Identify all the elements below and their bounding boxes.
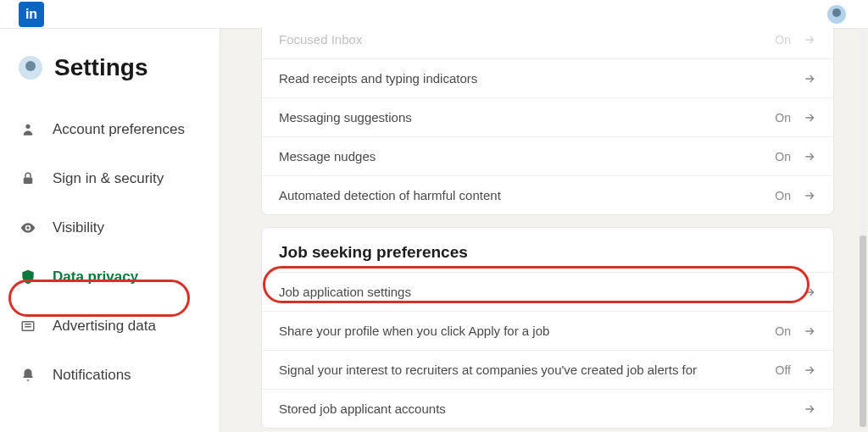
newspaper-icon: [19, 317, 37, 335]
bell-icon: [19, 366, 37, 385]
row-label: Share your profile when you click Apply …: [279, 324, 549, 338]
row-focused-inbox[interactable]: Focused Inbox On: [262, 27, 833, 58]
row-label: Stored job applicant accounts: [279, 402, 446, 416]
row-share-profile-apply[interactable]: Share your profile when you click Apply …: [262, 311, 833, 350]
row-label: Read receipts and typing indicators: [279, 71, 477, 86]
row-status: On: [775, 33, 791, 47]
section-title: Job seeking preferences: [262, 228, 833, 272]
row-status: On: [775, 324, 791, 338]
sidebar-item-data-privacy[interactable]: Data privacy: [0, 252, 220, 302]
scrollbar-thumb[interactable]: [860, 235, 866, 427]
section-messaging: Focused Inbox On Read receipts and typin…: [261, 27, 834, 215]
row-status: On: [775, 150, 791, 163]
sidebar-item-label: Visibility: [53, 219, 104, 236]
sidebar-item-visibility[interactable]: Visibility: [0, 203, 220, 252]
row-read-receipts[interactable]: Read receipts and typing indicators: [262, 58, 833, 97]
svg-rect-1: [24, 178, 33, 185]
arrow-right-icon: [803, 402, 816, 416]
arrow-right-icon: [803, 285, 816, 299]
row-signal-interest-recruiters[interactable]: Signal your interest to recruiters at co…: [262, 350, 833, 389]
row-messaging-suggestions[interactable]: Messaging suggestions On: [262, 97, 833, 136]
linkedin-logo[interactable]: in: [19, 2, 44, 27]
arrow-right-icon: [803, 111, 816, 125]
arrow-right-icon: [803, 363, 816, 377]
sidebar-item-advertising-data[interactable]: Advertising data: [0, 302, 220, 351]
shield-icon: [19, 268, 37, 286]
settings-header: Settings: [0, 54, 220, 105]
person-icon: [19, 120, 37, 139]
row-label: Signal your interest to recruiters at co…: [279, 363, 697, 377]
sidebar-item-label: Notifications: [53, 367, 131, 384]
row-job-application-settings[interactable]: Job application settings: [262, 272, 833, 311]
row-status: Off: [776, 363, 791, 377]
row-label: Job application settings: [279, 285, 411, 299]
arrow-right-icon: [803, 324, 816, 338]
row-message-nudges[interactable]: Message nudges On: [262, 136, 833, 175]
sidebar-item-label: Sign in & security: [53, 170, 164, 187]
page-title: Settings: [54, 54, 147, 81]
svg-point-2: [26, 226, 29, 229]
eye-icon: [19, 219, 37, 237]
row-label: Message nudges: [279, 149, 376, 163]
svg-point-0: [25, 125, 30, 129]
main-content: Focused Inbox On Read receipts and typin…: [220, 27, 868, 432]
settings-avatar: [19, 56, 42, 80]
row-label: Messaging suggestions: [279, 110, 412, 125]
section-job-seeking: Job seeking preferences Job application …: [261, 227, 834, 429]
row-status: On: [775, 189, 791, 202]
row-status: On: [775, 111, 791, 125]
sidebar-item-label: Advertising data: [53, 318, 156, 335]
row-label: Automated detection of harmful content: [279, 188, 501, 202]
sidebar: Settings Account preferences Sign in & s…: [0, 29, 220, 432]
row-automated-detection[interactable]: Automated detection of harmful content O…: [262, 175, 833, 214]
avatar-top[interactable]: [827, 5, 846, 24]
topbar: in: [0, 0, 868, 29]
arrow-right-icon: [803, 150, 816, 163]
sidebar-item-label: Data privacy: [53, 269, 138, 285]
sidebar-item-account-preferences[interactable]: Account preferences: [0, 105, 220, 154]
row-stored-applicant-accounts[interactable]: Stored job applicant accounts: [262, 389, 833, 428]
arrow-right-icon: [803, 33, 816, 47]
sidebar-item-label: Account preferences: [53, 121, 185, 138]
row-label: Focused Inbox: [279, 32, 362, 47]
sidebar-item-signin-security[interactable]: Sign in & security: [0, 154, 220, 203]
arrow-right-icon: [803, 189, 816, 202]
arrow-right-icon: [803, 72, 816, 86]
lock-icon: [19, 169, 37, 188]
sidebar-item-notifications[interactable]: Notifications: [0, 351, 220, 400]
